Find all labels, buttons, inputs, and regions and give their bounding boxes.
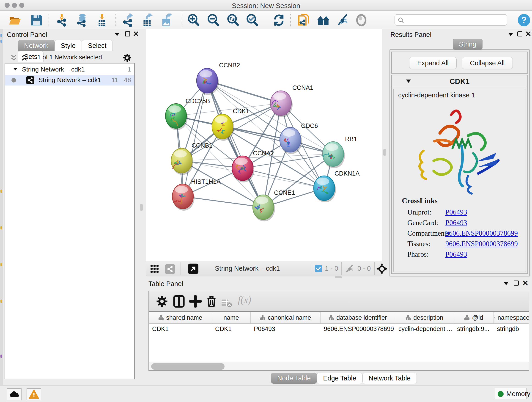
export-network-icon[interactable] xyxy=(121,13,135,27)
network-list: String Network – cdk1 1 String Network –… xyxy=(5,63,135,379)
network-node-RB1[interactable]: RB1 xyxy=(323,136,357,168)
crosslink-row: GeneCard:P06493 xyxy=(402,219,526,229)
refresh-view-icon[interactable] xyxy=(272,13,285,27)
pan-crosshair-icon[interactable] xyxy=(377,264,387,274)
right-splitter-handle[interactable] xyxy=(383,149,386,156)
table-cell[interactable]: CDK1 xyxy=(149,324,212,335)
column-header-shared-name[interactable]: shared name xyxy=(149,312,212,323)
column-header-description[interactable]: description xyxy=(395,312,454,323)
tab-network-table[interactable]: Network Table xyxy=(362,373,417,384)
collection-expand-icon[interactable] xyxy=(13,68,17,70)
import-table-icon[interactable] xyxy=(95,13,109,27)
tab-edge-table[interactable]: Edge Table xyxy=(317,373,362,384)
close-panel-icon[interactable]: ✕ xyxy=(522,279,528,287)
birdseye-view-icon[interactable] xyxy=(188,264,198,274)
show-columns-icon[interactable] xyxy=(173,295,185,307)
panel-menu-icon[interactable] xyxy=(508,33,513,36)
zoom-fit-icon[interactable] xyxy=(226,13,240,27)
search-input[interactable] xyxy=(406,16,505,24)
close-panel-icon[interactable]: ✕ xyxy=(525,30,531,38)
hidden-eye-icon[interactable] xyxy=(345,264,355,273)
column-header-label: namespace xyxy=(497,314,529,321)
network-node-CCNB2[interactable]: CCNB2 xyxy=(196,62,240,95)
table-settings-gear-icon[interactable] xyxy=(156,295,168,307)
crosslink-link[interactable]: 9606.ENSP00000378699 xyxy=(445,240,518,248)
table-horizontal-scrollbar[interactable] xyxy=(149,362,529,370)
panel-menu-icon[interactable] xyxy=(504,282,509,285)
zoom-selected-icon[interactable] xyxy=(246,13,259,27)
table-cell[interactable]: 9606.ENSP00000378699 xyxy=(321,324,395,335)
network-edge[interactable] xyxy=(183,196,263,207)
selected-checkbox[interactable] xyxy=(315,265,322,272)
network-collection-row[interactable]: String Network – cdk1 1 xyxy=(5,64,134,75)
warnings-button[interactable] xyxy=(27,388,41,400)
network-node-CCNA1[interactable]: CCNA1 xyxy=(270,84,313,117)
crosslink-label: GeneCard: xyxy=(402,219,445,229)
tab-node-table[interactable]: Node Table xyxy=(271,373,317,384)
expand-all-button[interactable]: Expand All xyxy=(409,57,457,69)
table-cell[interactable]: P06493 xyxy=(251,324,321,335)
crosslink-link[interactable]: P06493 xyxy=(445,208,467,216)
column-header-name[interactable]: name xyxy=(212,312,251,323)
tab-style[interactable]: Style xyxy=(55,40,82,51)
close-panel-icon[interactable]: ✕ xyxy=(133,30,139,38)
column-header-canonical-name[interactable]: canonical name xyxy=(251,312,321,323)
float-panel-icon[interactable] xyxy=(517,32,522,36)
grid-view-icon[interactable] xyxy=(150,264,159,273)
network-node-CDKN1A[interactable]: CDKN1A xyxy=(314,170,360,202)
panel-menu-icon[interactable] xyxy=(114,33,120,36)
table-panel: Table Panel ✕ xyxy=(137,278,532,385)
zoom-in-icon[interactable] xyxy=(187,13,200,27)
export-table-icon[interactable] xyxy=(141,13,154,27)
network-edge[interactable] xyxy=(207,81,263,207)
zoom-out-icon[interactable] xyxy=(207,13,220,27)
show-eye-icon[interactable] xyxy=(355,13,368,27)
table-cell[interactable]: CDK1 xyxy=(212,324,251,335)
open-session-icon[interactable] xyxy=(8,13,22,27)
network-node-HIST1H1A[interactable]: HIST1H1A xyxy=(172,178,221,211)
save-session-icon[interactable] xyxy=(30,13,43,27)
export-image-icon[interactable] xyxy=(160,13,173,27)
help-icon[interactable]: ? xyxy=(517,13,531,27)
home-panels-icon[interactable] xyxy=(317,13,330,27)
table-cell[interactable]: cyclin-dependent ... xyxy=(395,324,454,335)
delete-column-icon[interactable] xyxy=(205,295,218,307)
delete-table-icon[interactable] xyxy=(221,297,232,309)
column-header-database-identifier[interactable]: database identifier xyxy=(321,312,395,323)
cloud-status-button[interactable] xyxy=(7,388,22,400)
crosslink-link[interactable]: 9606.ENSP00000378699 xyxy=(445,229,518,237)
column-header--id[interactable]: @id xyxy=(454,312,494,323)
hide-selected-icon[interactable] xyxy=(336,13,350,27)
gene-section-header[interactable]: CDK1 xyxy=(392,75,527,87)
network-node-CCNE1[interactable]: CCNE1 xyxy=(253,189,295,221)
tab-network[interactable]: Network xyxy=(18,40,55,51)
network-row-selected[interactable]: String Network – cdk1 11 48 xyxy=(5,75,134,85)
import-network-database-icon[interactable] xyxy=(75,13,89,27)
search-field[interactable] xyxy=(394,14,507,26)
network-view-canvas[interactable]: CCNB2CCNA1CDC25BCDK1CDC6RB1CCNB1CCNA2CDK… xyxy=(146,29,382,261)
node-label: CCNA1 xyxy=(292,84,313,91)
network-view-toolbar: String Network – cdk1 1 - 0 0 - 0 xyxy=(146,261,382,276)
table-cell[interactable]: stringdb:9... xyxy=(454,324,494,335)
network-options-gear-icon[interactable] xyxy=(123,53,132,62)
crosslink-link[interactable]: P06493 xyxy=(445,250,467,258)
table-cell[interactable]: stringdb xyxy=(494,324,529,335)
string-import-icon[interactable] xyxy=(297,13,310,27)
float-panel-icon[interactable] xyxy=(514,281,519,286)
column-header-namespace[interactable]: namespace xyxy=(494,312,529,323)
add-column-icon[interactable] xyxy=(189,295,202,307)
left-splitter-handle[interactable] xyxy=(140,204,143,211)
collapse-all-button[interactable]: Collapse All xyxy=(462,57,513,69)
share-view-icon[interactable] xyxy=(165,264,175,274)
memory-button[interactable]: Memory xyxy=(494,388,526,399)
tab-string[interactable]: String xyxy=(453,39,482,50)
tab-select[interactable]: Select xyxy=(82,40,113,51)
scrollbar-thumb[interactable] xyxy=(151,363,225,370)
table-row[interactable]: CDK1CDK1P064939606.ENSP00000378699cyclin… xyxy=(149,324,529,335)
float-panel-icon[interactable] xyxy=(125,32,130,36)
crosslink-link[interactable]: P06493 xyxy=(445,219,467,227)
network-node-CCNB1[interactable]: CCNB1 xyxy=(171,142,213,175)
function-builder-icon[interactable]: f(x) xyxy=(238,294,251,305)
network-node-CCNA2[interactable]: CCNA2 xyxy=(232,150,274,182)
import-network-file-icon[interactable] xyxy=(55,13,68,27)
